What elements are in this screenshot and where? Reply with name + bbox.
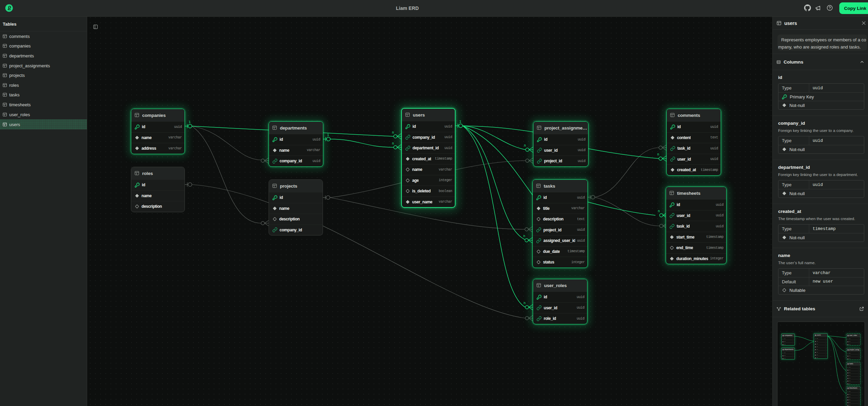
- svg-text:n: n: [392, 131, 394, 135]
- svg-text:n: n: [658, 209, 660, 213]
- svg-text:n: n: [524, 144, 526, 148]
- svg-text:1: 1: [189, 120, 191, 124]
- svg-text:1: 1: [459, 120, 461, 124]
- svg-text:n: n: [392, 142, 394, 146]
- svg-text:n: n: [524, 301, 526, 305]
- svg-text:1: 1: [327, 133, 329, 137]
- svg-text:n: n: [523, 234, 525, 238]
- svg-text:n: n: [657, 153, 659, 157]
